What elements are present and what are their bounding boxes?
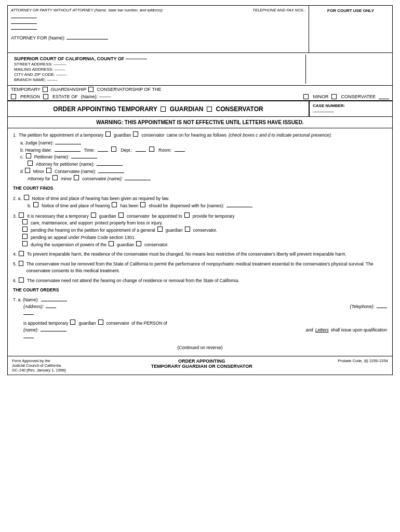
blank-line-1 (11, 14, 305, 19)
item-1-row: 1. The petition for appointment of a tem… (13, 131, 387, 139)
item-5-checkbox[interactable] (19, 261, 23, 266)
attorney-petitioner-checkbox[interactable] (28, 161, 33, 166)
has-been-checkbox[interactable] (112, 202, 117, 207)
conservator-7-checkbox[interactable] (98, 320, 103, 325)
case-number-label: CASE NUMBER: (313, 103, 389, 108)
estate-of-label: ESTATE OF (52, 94, 78, 99)
guardian-pending-checkbox[interactable] (157, 227, 163, 232)
item-6-checkbox[interactable] (19, 277, 24, 283)
conservatee-attorney-checkbox[interactable] (74, 175, 79, 180)
form-container: ATTORNEY OR PARTY WITHOUT ATTORNEY (Name… (7, 5, 393, 375)
item-3-row2: care, maintenance, and support protect p… (13, 219, 387, 227)
conservator-3-checkbox[interactable] (118, 212, 124, 218)
pending2-text: pending an appeal under Probate Code sec… (31, 234, 136, 241)
item-4-checkbox[interactable] (19, 251, 24, 256)
estate-checkbox[interactable] (43, 94, 48, 99)
minor-checkbox[interactable] (303, 94, 309, 99)
item-4: 4. To prevent irreparable harm, the resi… (13, 251, 387, 258)
temporary-label: TEMPORARY (11, 87, 41, 92)
care-checkbox[interactable] (22, 219, 28, 224)
item-5-num: 5. (13, 261, 17, 268)
item-3-row3: pending the hearing on the petition for … (13, 227, 387, 234)
pending2-checkbox[interactable] (22, 234, 28, 239)
provide-checkbox[interactable] (184, 212, 190, 218)
item-3-row5: during the suspension of powers of the g… (13, 241, 387, 248)
guardian-3-label: guardian (99, 213, 116, 220)
d-label: d (20, 168, 23, 175)
guardian-7-label: guardian (78, 320, 96, 327)
conservator-3-label: conservator (127, 213, 150, 220)
guardianship-checkbox[interactable] (43, 87, 48, 92)
time-label: Time: (84, 147, 95, 154)
footer-center: ORDER APPOINTING TEMPORARY GUARDIAN OR C… (151, 358, 252, 373)
court-orders-header: THE COURT ORDERS (13, 287, 387, 294)
dept-checkbox[interactable] (111, 147, 116, 152)
conservatee-d-checkbox[interactable] (46, 168, 51, 173)
attorney-label: ATTORNEY OR PARTY WITHOUT ATTORNEY (Name… (11, 8, 164, 12)
conservatee-checkbox[interactable] (331, 94, 337, 99)
item-2a-checkbox[interactable] (24, 195, 29, 200)
shall-issue-label: shall issue upon qualification (331, 327, 387, 334)
guardian-checkbox-1[interactable] (105, 131, 111, 137)
during-checkbox[interactable] (22, 241, 28, 246)
petitioner-label: Petitioner (name): (34, 154, 70, 161)
item-7-telephone-label: (Telephone): (350, 303, 375, 310)
conservator-pending-checkbox[interactable] (185, 227, 190, 232)
item-2b-label: b. (28, 203, 31, 209)
item-3-checkbox[interactable] (19, 212, 24, 218)
minor-label: MINOR (313, 94, 328, 99)
c-attorney-row: Attorney for petitioner (name): (13, 161, 387, 168)
item-5-row: 5. The conservatee must be removed from … (13, 261, 387, 274)
name2-col: (name): (23, 327, 66, 334)
conservatee-attorney-label: conservatee (name): (82, 176, 123, 182)
item-7-address-row: (Address): (Telephone): (13, 303, 387, 310)
item-4-num: 4. (13, 251, 17, 258)
care-label: care, maintenance, and support (31, 220, 93, 227)
item-4-text: To prevent irreparable harm, the residen… (27, 251, 346, 258)
item-2: 2. a. Notice of time and place of hearin… (13, 195, 387, 209)
person-label: PERSON (20, 94, 40, 99)
address-col: (Address): (23, 303, 56, 310)
minor-d-label: Minor (33, 168, 44, 175)
guardian-title-checkbox[interactable] (161, 107, 166, 112)
hearing-date-label: b. Hearing date: (20, 147, 51, 154)
footer-right: Probate Code, §§ 2250-2254 (338, 358, 388, 373)
header-section: ATTORNEY OR PARTY WITHOUT ATTORNEY (Name… (8, 6, 392, 53)
item-2b-text1: Notice of time and place of hearing (42, 203, 110, 209)
blank-line-2 (11, 19, 305, 25)
item-2b-checkbox[interactable] (33, 202, 38, 207)
type-section: TEMPORARY GUARDIANSHIP CONSERVATORSHIP O… (8, 86, 392, 101)
item-5-text: The conservatee must be removed from the… (26, 261, 387, 274)
item-4-row: 4. To prevent irreparable harm, the resi… (13, 251, 387, 258)
case-number-section: CASE NUMBER: ——–—— (309, 101, 392, 116)
item-7-name2-line2 (13, 334, 387, 340)
petitioner-checkbox[interactable] (26, 153, 31, 158)
guardian-during-checkbox[interactable] (109, 241, 114, 246)
item-5: 5. The conservatee must be removed from … (13, 261, 387, 274)
judge-label: a. Judge (name): (20, 140, 54, 145)
conservator-checkbox-1[interactable] (133, 131, 138, 137)
conservator-7-label: conservator (106, 320, 129, 327)
person-checkbox[interactable] (11, 94, 16, 99)
conservator-title-checkbox[interactable] (207, 107, 212, 112)
pending1-checkbox[interactable] (22, 227, 28, 232)
attorney-for-label-d: Attorney for (28, 176, 50, 182)
attorney-for-row: ATTORNEY FOR (Name): (11, 35, 305, 41)
letters-col: and Letters shall issue upon qualificati… (306, 327, 387, 334)
minor-attorney-checkbox[interactable] (52, 175, 58, 180)
item-7-appointed-row: is appointed temporary guardian conserva… (13, 320, 387, 327)
item-7-num: 7. a. (Name): (13, 297, 39, 303)
court-finds-header: THE COURT FINDS (13, 185, 387, 192)
conservator-during-checkbox[interactable] (136, 241, 141, 246)
minor-d-checkbox[interactable] (25, 168, 30, 173)
order-appointing-text: ORDER APPOINTING TEMPORARY (53, 105, 157, 113)
item-7-name2-label: (name): (23, 327, 38, 334)
attorney-for-label: ATTORNEY FOR (Name): (11, 35, 65, 41)
room-checkbox[interactable] (149, 147, 154, 152)
conservatorship-checkbox[interactable] (88, 87, 94, 92)
be-appointed-label: be appointed to (152, 213, 182, 220)
should-be-checkbox[interactable] (140, 202, 145, 207)
mailing-row: MAILING ADDRESS: ——– (14, 67, 302, 72)
guardian-3-checkbox[interactable] (91, 212, 96, 218)
guardian-7-checkbox[interactable] (70, 320, 75, 325)
